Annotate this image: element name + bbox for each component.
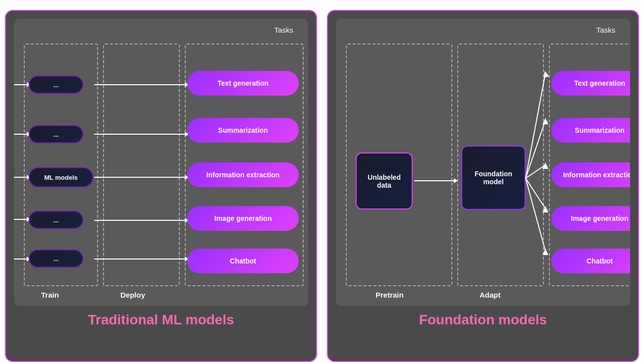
model-node-2: ... [29,125,83,143]
model-node-4: ... [29,211,83,229]
task-pill-4: Image generation [187,206,299,231]
rtask-pill-3: Information extraction [551,162,630,187]
rtask-pill-2: Summarization [551,118,630,143]
task-pill-1: Text generation [187,71,299,96]
foundation-panel: Tasks Unlabeled data Foundation model [327,10,639,362]
traditional-panel: Tasks ... ... [5,10,317,362]
model-to-task-arrow-5 [94,259,186,259]
unlabeled-data-box: Unlabeled data [356,153,413,209]
svg-line-4 [526,165,545,178]
main-content: Tasks ... ... [0,0,644,362]
model-node-1: ... [29,76,83,94]
foundation-model-box: Foundation model [461,146,526,210]
model-to-task-arrow-1 [94,84,186,85]
input-arrow-1 [14,84,28,85]
input-arrow-4 [14,219,28,220]
deploy-box [103,44,180,286]
input-arrow-3 [14,177,28,178]
train-label: Train [41,291,59,299]
foundation-diagram: Tasks Unlabeled data Foundation model [336,19,630,306]
rtask-pill-5: Chatbot [551,249,630,273]
task-pill-3: Information extraction [187,162,299,187]
traditional-title: Traditional ML models [14,306,308,331]
input-arrow-2 [14,134,28,135]
svg-marker-1 [542,70,549,78]
model-to-task-arrow-2 [94,134,186,135]
foundation-arrows-svg [526,49,553,182]
pretrain-label: Pretrain [376,291,404,299]
svg-marker-3 [542,118,548,124]
adapt-label: Adapt [480,291,501,299]
foundation-title: Foundation models [336,306,630,331]
task-pill-2: Summarization [187,118,299,143]
model-to-task-arrow-3 [94,177,186,178]
svg-line-0 [526,73,545,178]
svg-line-2 [526,120,545,178]
model-node-3: ML models [29,167,93,187]
input-arrow-5 [14,259,28,259]
tasks-label-left: Tasks [274,26,293,34]
rtask-pill-4: Image generation [551,206,630,231]
model-node-5: ... [29,250,83,267]
model-to-task-arrow-4 [94,220,186,221]
svg-marker-5 [542,162,548,169]
tasks-label-right: Tasks [596,26,615,34]
rtask-pill-1: Text generation [551,71,630,96]
data-to-foundation-arrow [414,180,455,181]
deploy-label: Deploy [120,291,145,299]
task-pill-5: Chatbot [187,249,299,273]
traditional-diagram: Tasks ... ... [14,19,308,306]
